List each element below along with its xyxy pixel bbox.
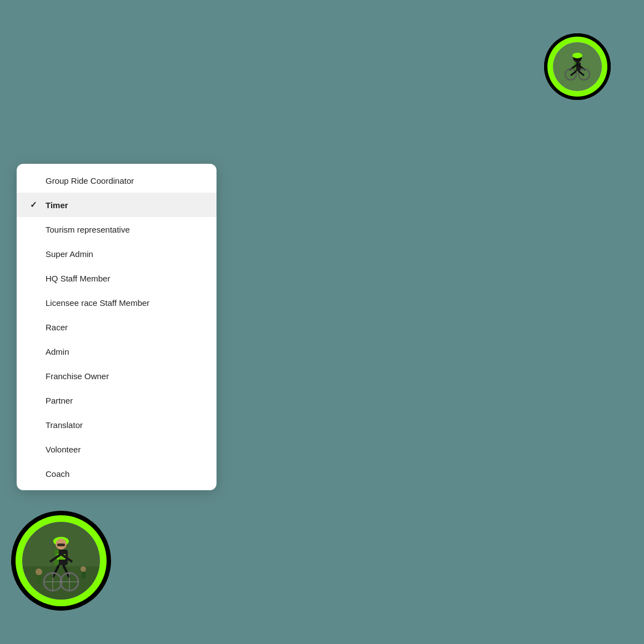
dropdown-item-hq-staff[interactable]: HQ Staff Member [17, 266, 217, 290]
dropdown-item-label: Volonteer [46, 445, 80, 454]
dropdown-item-label: Translator [46, 420, 83, 430]
dropdown-item-label: Super Admin [46, 249, 93, 259]
dropdown-item-label: Timer [46, 200, 68, 210]
dropdown-item-franchise-owner[interactable]: Franchise Owner [17, 364, 217, 388]
dropdown-item-label: Tourism representative [46, 225, 130, 234]
dropdown-item-label: Racer [46, 323, 68, 332]
dropdown-item-licensee-race-staff[interactable]: Licensee race Staff Member [17, 290, 217, 315]
avatar-top-right [544, 33, 611, 100]
dropdown-item-partner[interactable]: Partner [17, 388, 217, 412]
dropdown-item-label: Partner [46, 396, 73, 405]
svg-rect-32 [37, 575, 41, 583]
dropdown-item-label: Franchise Owner [46, 371, 109, 381]
checkmark-icon: ✓ [30, 200, 41, 210]
dropdown-item-tourism-rep[interactable]: Tourism representative [17, 217, 217, 242]
svg-point-31 [36, 568, 42, 575]
avatar-green-ring-bl [16, 515, 107, 606]
svg-point-33 [80, 566, 86, 572]
dropdown-item-label: Licensee race Staff Member [46, 298, 149, 308]
avatar-green-ring [547, 37, 607, 97]
svg-rect-17 [57, 544, 65, 546]
dropdown-item-label: Group Ride Coordinator [46, 176, 134, 185]
role-dropdown-menu: Group Ride Coordinator ✓ Timer Tourism r… [17, 164, 217, 490]
dropdown-item-volonteer[interactable]: Volonteer [17, 437, 217, 461]
avatar-image-container [553, 42, 602, 91]
cyclist-icon-top [553, 42, 602, 91]
dropdown-item-coach[interactable]: Coach [17, 461, 217, 486]
dropdown-item-translator[interactable]: Translator [17, 412, 217, 437]
avatar-image-container-bl [22, 522, 100, 600]
dropdown-item-admin[interactable]: Admin [17, 339, 217, 364]
dropdown-item-label: HQ Staff Member [46, 274, 110, 283]
avatar-outer-ring-bl [11, 511, 111, 611]
avatar-bottom-left [11, 511, 111, 611]
cyclist-icon-bottom [22, 522, 100, 600]
dropdown-item-group-ride-coordinator[interactable]: Group Ride Coordinator [17, 168, 217, 193]
avatar-outer-ring [544, 33, 611, 100]
dropdown-item-timer[interactable]: ✓ Timer [17, 193, 217, 217]
dropdown-item-super-admin[interactable]: Super Admin [17, 242, 217, 266]
dropdown-item-label: Admin [46, 347, 69, 356]
svg-rect-34 [82, 572, 85, 578]
dropdown-item-racer[interactable]: Racer [17, 315, 217, 339]
dropdown-item-label: Coach [46, 469, 69, 479]
svg-point-3 [572, 53, 582, 58]
